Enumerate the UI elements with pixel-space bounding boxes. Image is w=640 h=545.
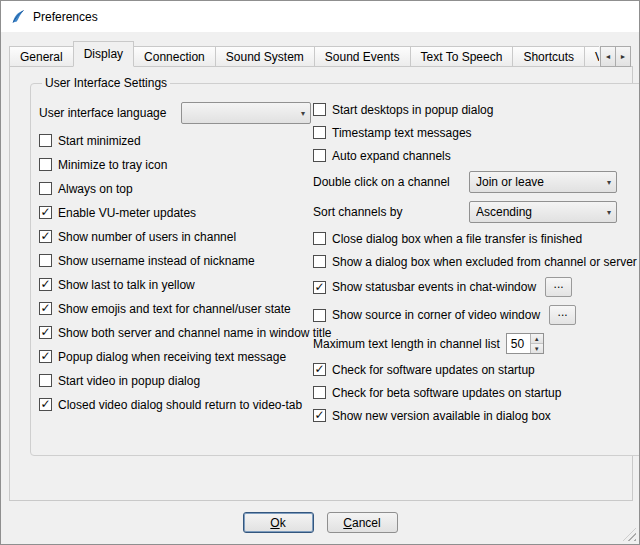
tab-sound-events[interactable]: Sound Events [314,46,411,67]
checkbox[interactable] [39,398,52,411]
combobox-value: Join or leave [476,175,544,189]
checkbox-row-always-on-top[interactable]: Always on top [39,181,313,196]
checkbox-label: Show username instead of nickname [58,254,255,268]
checkbox[interactable] [313,409,326,422]
checkbox-row-software-updates[interactable]: Check for software updates on startup [313,362,637,377]
ui-language-combobox[interactable]: ▾ [181,102,311,124]
checkbox-label: Show emojis and text for channel/user st… [58,302,291,316]
sort-channels-combobox[interactable]: Ascending ▾ [469,201,617,223]
ui-language-row: User interface language ▾ [39,102,313,124]
checkbox-label: Enable VU-meter updates [58,206,196,220]
tab-label: Sound Events [325,50,400,64]
checkbox-row-emojis[interactable]: Show emojis and text for channel/user st… [39,301,313,316]
checkbox-label: Show statusbar events in chat-window [332,280,536,294]
app-icon [10,9,26,25]
checkbox[interactable] [39,326,52,339]
spinner-up-icon[interactable]: ▲ [531,334,543,344]
left-column: User interface language ▾ Start minimize… [39,102,313,423]
checkbox-row-new-version-dialog[interactable]: Show new version available in dialog box [313,408,637,423]
checkbox[interactable] [313,309,326,322]
checkbox[interactable] [39,278,52,291]
checkbox[interactable] [39,158,52,171]
checkbox-row-desktops-popup[interactable]: Start desktops in popup dialog [313,102,637,117]
checkbox-label: Minimize to tray icon [58,158,167,172]
tab-shortcuts[interactable]: Shortcuts [512,46,585,67]
spinner-buttons: ▲ ▼ [530,334,543,353]
checkbox[interactable] [313,103,326,116]
checkbox-label: Check for software updates on startup [332,363,535,377]
checkbox-row-username-instead-nickname[interactable]: Show username instead of nickname [39,253,313,268]
max-text-length-spinner[interactable]: 50 ▲ ▼ [506,333,544,354]
tab-label: Video [595,50,599,64]
checkbox-row-timestamp[interactable]: Timestamp text messages [313,125,637,140]
checkbox-row-video-return-tab[interactable]: Closed video dialog should return to vid… [39,397,313,412]
checkbox-row-start-minimized[interactable]: Start minimized [39,133,313,148]
tab-label: General [20,50,63,64]
checkbox-label: Start desktops in popup dialog [332,103,493,117]
tab-scroll-right-icon[interactable]: ► [615,46,631,67]
checkbox-row-auto-expand[interactable]: Auto expand channels [313,148,637,163]
checkbox[interactable] [39,350,52,363]
checkbox[interactable] [313,363,326,376]
dialog-footer: Ok Cancel [1,512,639,533]
checkbox[interactable] [39,302,52,315]
tab-general[interactable]: General [9,46,74,67]
chevron-down-icon: ▾ [607,208,611,217]
checkbox-row-vu-meter[interactable]: Enable VU-meter updates [39,205,313,220]
tab-strip: General Display Connection Sound System … [9,37,599,67]
window-title: Preferences [33,10,98,24]
checkbox[interactable] [313,255,326,268]
checkbox[interactable] [39,374,52,387]
checkbox-row-popup-text-message[interactable]: Popup dialog when receiving text message [39,349,313,364]
checkbox[interactable] [313,232,326,245]
checkbox-row-excluded-dialog[interactable]: Show a dialog box when excluded from cha… [313,254,637,269]
tab-connection[interactable]: Connection [133,46,216,67]
user-interface-settings-group: User Interface Settings User interface l… [30,76,640,456]
tab-label: Sound System [226,50,304,64]
checkbox[interactable] [39,230,52,243]
tab-bar: General Display Connection Sound System … [9,37,631,67]
checkbox[interactable] [313,281,326,294]
checkbox-row-file-transfer-dialog[interactable]: Close dialog box when a file transfer is… [313,231,637,246]
tab-sound-system[interactable]: Sound System [215,46,315,67]
tab-display[interactable]: Display [73,41,134,67]
checkbox[interactable] [39,182,52,195]
statusbar-events-row: Show statusbar events in chat-window ... [313,277,637,297]
double-click-combobox[interactable]: Join or leave ▾ [469,171,617,193]
combobox-value: Ascending [476,205,532,219]
spinner-value: 50 [507,334,530,353]
video-source-config-button[interactable]: ... [549,305,576,325]
checkbox[interactable] [313,386,326,399]
statusbar-events-config-button[interactable]: ... [545,277,572,297]
titlebar[interactable]: Preferences [1,1,639,32]
spinner-down-icon[interactable]: ▼ [531,344,543,353]
max-text-length-label: Maximum text length in channel list [313,337,500,351]
sort-channels-label: Sort channels by [313,205,463,219]
checkbox[interactable] [313,126,326,139]
checkbox-row-last-to-talk[interactable]: Show last to talk in yellow [39,277,313,292]
checkbox[interactable] [313,149,326,162]
tab-scroll-buttons: ◄ ► [601,46,631,67]
checkbox-label: Show number of users in channel [58,230,236,244]
sort-channels-row: Sort channels by Ascending ▾ [313,201,637,223]
display-tab-page: User Interface Settings User interface l… [9,66,633,501]
checkbox[interactable] [39,134,52,147]
cancel-button[interactable]: Cancel [327,512,398,533]
checkbox-row-beta-updates[interactable]: Check for beta software updates on start… [313,385,637,400]
checkbox[interactable] [39,254,52,267]
video-source-row: Show source in corner of video window ..… [313,305,637,325]
checkbox-row-minimize-to-tray[interactable]: Minimize to tray icon [39,157,313,172]
tab-text-to-speech[interactable]: Text To Speech [410,46,514,67]
ok-button[interactable]: Ok [243,512,314,533]
tab-scroll-left-icon[interactable]: ◄ [600,46,616,67]
checkbox-label: Show new version available in dialog box [332,409,551,423]
checkbox-row-window-title[interactable]: Show both server and channel name in win… [39,325,313,340]
checkbox-label: Close dialog box when a file transfer is… [332,232,582,246]
checkbox-row-video-popup[interactable]: Start video in popup dialog [39,373,313,388]
checkbox[interactable] [39,206,52,219]
checkbox-label: Always on top [58,182,133,196]
checkbox-row-user-count[interactable]: Show number of users in channel [39,229,313,244]
double-click-label: Double click on a channel [313,175,463,189]
checkbox-label: Show a dialog box when excluded from cha… [332,255,637,269]
tab-video[interactable]: Video [584,46,599,67]
